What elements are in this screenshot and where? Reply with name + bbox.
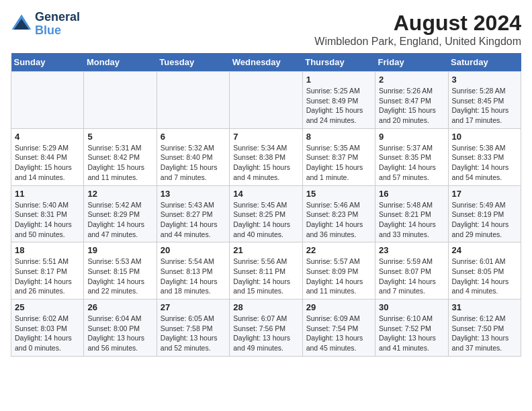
day-number: 4 — [15, 132, 80, 142]
day-info: Sunrise: 5:49 AM Sunset: 8:19 PM Dayligh… — [452, 200, 517, 240]
day-info: Sunrise: 5:25 AM Sunset: 8:49 PM Dayligh… — [306, 86, 371, 126]
day-info: Sunrise: 6:05 AM Sunset: 7:58 PM Dayligh… — [161, 314, 226, 353]
day-info: Sunrise: 5:56 AM Sunset: 8:11 PM Dayligh… — [233, 257, 298, 296]
day-info: Sunrise: 6:10 AM Sunset: 7:52 PM Dayligh… — [379, 314, 444, 353]
logo-line2: Blue — [35, 24, 80, 38]
day-info: Sunrise: 5:48 AM Sunset: 8:21 PM Dayligh… — [379, 200, 444, 240]
page-title: August 2024 — [314, 11, 521, 36]
day-number: 6 — [161, 132, 226, 142]
calendar-cell: 26Sunrise: 6:04 AM Sunset: 8:00 PM Dayli… — [84, 300, 157, 357]
page-subtitle: Wimbledon Park, England, United Kingdom — [314, 36, 521, 48]
day-number: 18 — [15, 245, 80, 255]
calendar-cell: 28Sunrise: 6:07 AM Sunset: 7:56 PM Dayli… — [230, 300, 302, 357]
calendar-cell: 4Sunrise: 5:29 AM Sunset: 8:44 PM Daylig… — [11, 128, 84, 185]
day-number: 27 — [161, 302, 226, 312]
day-info: Sunrise: 5:26 AM Sunset: 8:47 PM Dayligh… — [379, 86, 444, 126]
calendar-cell: 19Sunrise: 5:53 AM Sunset: 8:15 PM Dayli… — [84, 242, 157, 300]
day-number: 13 — [161, 189, 226, 199]
day-number: 14 — [233, 189, 298, 199]
logo: General Blue — [11, 11, 80, 38]
day-info: Sunrise: 5:54 AM Sunset: 8:13 PM Dayligh… — [161, 257, 226, 296]
calendar-cell: 11Sunrise: 5:40 AM Sunset: 8:31 PM Dayli… — [11, 185, 84, 242]
day-info: Sunrise: 6:04 AM Sunset: 8:00 PM Dayligh… — [87, 314, 152, 353]
calendar-cell: 6Sunrise: 5:32 AM Sunset: 8:40 PM Daylig… — [157, 128, 229, 185]
day-number: 28 — [233, 302, 298, 312]
calendar-cell — [11, 72, 84, 129]
day-info: Sunrise: 5:53 AM Sunset: 8:15 PM Dayligh… — [87, 257, 152, 296]
day-number: 1 — [306, 75, 371, 85]
column-header-friday: Friday — [375, 53, 448, 72]
calendar-week-3: 11Sunrise: 5:40 AM Sunset: 8:31 PM Dayli… — [11, 185, 521, 242]
day-number: 11 — [15, 189, 80, 199]
day-number: 24 — [452, 245, 517, 255]
calendar-cell: 12Sunrise: 5:42 AM Sunset: 8:29 PM Dayli… — [84, 185, 157, 242]
calendar-cell: 23Sunrise: 5:59 AM Sunset: 8:07 PM Dayli… — [375, 242, 448, 300]
day-info: Sunrise: 5:32 AM Sunset: 8:40 PM Dayligh… — [161, 143, 226, 183]
day-info: Sunrise: 6:01 AM Sunset: 8:05 PM Dayligh… — [452, 257, 517, 296]
day-number: 5 — [87, 132, 152, 142]
calendar-cell: 1Sunrise: 5:25 AM Sunset: 8:49 PM Daylig… — [302, 72, 375, 129]
calendar-cell: 3Sunrise: 5:28 AM Sunset: 8:45 PM Daylig… — [448, 72, 521, 129]
calendar-week-1: 1Sunrise: 5:25 AM Sunset: 8:49 PM Daylig… — [11, 72, 521, 129]
logo-line1: General — [35, 11, 80, 24]
day-info: Sunrise: 5:46 AM Sunset: 8:23 PM Dayligh… — [306, 200, 371, 240]
day-number: 26 — [87, 302, 152, 312]
calendar-cell: 9Sunrise: 5:37 AM Sunset: 8:35 PM Daylig… — [375, 128, 448, 185]
calendar-table: SundayMondayTuesdayWednesdayThursdayFrid… — [11, 53, 521, 357]
column-header-thursday: Thursday — [302, 53, 375, 72]
logo-text: General Blue — [35, 11, 80, 38]
calendar-week-4: 18Sunrise: 5:51 AM Sunset: 8:17 PM Dayli… — [11, 242, 521, 300]
day-info: Sunrise: 5:45 AM Sunset: 8:25 PM Dayligh… — [233, 200, 298, 240]
calendar-week-2: 4Sunrise: 5:29 AM Sunset: 8:44 PM Daylig… — [11, 128, 521, 185]
day-info: Sunrise: 5:42 AM Sunset: 8:29 PM Dayligh… — [87, 200, 152, 240]
calendar-cell: 14Sunrise: 5:45 AM Sunset: 8:25 PM Dayli… — [230, 185, 302, 242]
day-number: 15 — [306, 189, 371, 199]
day-info: Sunrise: 5:38 AM Sunset: 8:33 PM Dayligh… — [452, 143, 517, 183]
day-info: Sunrise: 5:57 AM Sunset: 8:09 PM Dayligh… — [306, 257, 371, 296]
day-number: 25 — [15, 302, 80, 312]
day-number: 9 — [379, 132, 444, 142]
calendar-cell: 7Sunrise: 5:34 AM Sunset: 8:38 PM Daylig… — [230, 128, 302, 185]
calendar-cell: 30Sunrise: 6:10 AM Sunset: 7:52 PM Dayli… — [375, 300, 448, 357]
day-info: Sunrise: 5:29 AM Sunset: 8:44 PM Dayligh… — [15, 143, 80, 183]
day-number: 21 — [233, 245, 298, 255]
calendar-cell: 22Sunrise: 5:57 AM Sunset: 8:09 PM Dayli… — [302, 242, 375, 300]
calendar-cell — [157, 72, 229, 129]
day-info: Sunrise: 5:43 AM Sunset: 8:27 PM Dayligh… — [161, 200, 226, 240]
column-header-tuesday: Tuesday — [157, 53, 229, 72]
day-info: Sunrise: 6:09 AM Sunset: 7:54 PM Dayligh… — [306, 314, 371, 353]
day-number: 29 — [306, 302, 371, 312]
day-number: 19 — [87, 245, 152, 255]
title-block: August 2024 Wimbledon Park, England, Uni… — [314, 11, 521, 48]
day-info: Sunrise: 5:51 AM Sunset: 8:17 PM Dayligh… — [15, 257, 80, 296]
logo-icon — [11, 13, 32, 35]
calendar-cell: 24Sunrise: 6:01 AM Sunset: 8:05 PM Dayli… — [448, 242, 521, 300]
calendar-header-row: SundayMondayTuesdayWednesdayThursdayFrid… — [11, 53, 521, 72]
day-number: 23 — [379, 245, 444, 255]
calendar-cell: 17Sunrise: 5:49 AM Sunset: 8:19 PM Dayli… — [448, 185, 521, 242]
day-number: 7 — [233, 132, 298, 142]
day-number: 2 — [379, 75, 444, 85]
day-number: 10 — [452, 132, 517, 142]
day-info: Sunrise: 6:07 AM Sunset: 7:56 PM Dayligh… — [233, 314, 298, 353]
day-info: Sunrise: 5:40 AM Sunset: 8:31 PM Dayligh… — [15, 200, 80, 240]
day-number: 22 — [306, 245, 371, 255]
day-number: 12 — [87, 189, 152, 199]
calendar-cell: 8Sunrise: 5:35 AM Sunset: 8:37 PM Daylig… — [302, 128, 375, 185]
calendar-cell: 18Sunrise: 5:51 AM Sunset: 8:17 PM Dayli… — [11, 242, 84, 300]
calendar-cell: 10Sunrise: 5:38 AM Sunset: 8:33 PM Dayli… — [448, 128, 521, 185]
day-info: Sunrise: 6:12 AM Sunset: 7:50 PM Dayligh… — [452, 314, 517, 353]
page-header: General Blue August 2024 Wimbledon Park,… — [11, 11, 521, 48]
column-header-wednesday: Wednesday — [230, 53, 302, 72]
day-number: 17 — [452, 189, 517, 199]
calendar-cell: 2Sunrise: 5:26 AM Sunset: 8:47 PM Daylig… — [375, 72, 448, 129]
day-info: Sunrise: 6:02 AM Sunset: 8:03 PM Dayligh… — [15, 314, 80, 353]
day-number: 16 — [379, 189, 444, 199]
day-info: Sunrise: 5:37 AM Sunset: 8:35 PM Dayligh… — [379, 143, 444, 183]
calendar-cell: 31Sunrise: 6:12 AM Sunset: 7:50 PM Dayli… — [448, 300, 521, 357]
calendar-cell: 13Sunrise: 5:43 AM Sunset: 8:27 PM Dayli… — [157, 185, 229, 242]
calendar-cell: 5Sunrise: 5:31 AM Sunset: 8:42 PM Daylig… — [84, 128, 157, 185]
day-info: Sunrise: 5:34 AM Sunset: 8:38 PM Dayligh… — [233, 143, 298, 183]
day-number: 3 — [452, 75, 517, 85]
calendar-cell: 25Sunrise: 6:02 AM Sunset: 8:03 PM Dayli… — [11, 300, 84, 357]
